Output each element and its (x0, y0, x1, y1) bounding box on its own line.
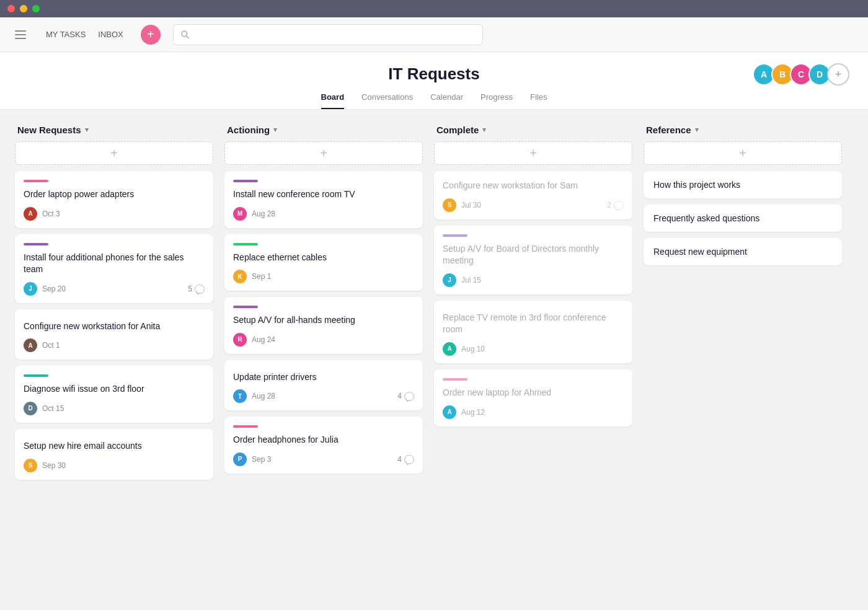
card-date: Oct 3 (42, 210, 60, 218)
add-task-new-requests[interactable]: + (15, 141, 213, 165)
my-tasks-link[interactable]: MY TASKS (41, 26, 91, 43)
chevron-down-icon: ▾ (85, 126, 89, 134)
card-headphones-julia[interactable]: Order headphones for Julia P Sep 3 4 (224, 417, 423, 474)
create-button[interactable]: + (141, 25, 161, 45)
column-title-reference: Reference ▾ (646, 125, 699, 135)
card-meta-left: R Aug 24 (233, 333, 275, 347)
add-member-button[interactable]: + (827, 63, 849, 86)
card-title: Replace ethernet cables (233, 252, 414, 264)
card-meta: J Sep 20 5 (24, 282, 205, 296)
card-date: Jul 30 (461, 201, 481, 210)
card-meta-left: J Sep 20 (24, 282, 66, 296)
search-input[interactable] (194, 30, 475, 39)
card-date: Sep 30 (42, 461, 66, 470)
card-laptop-ahmed[interactable]: Order new laptop for Ahmed A Aug 12 (434, 369, 632, 427)
card-date: Oct 1 (42, 341, 60, 350)
page-title: IT Requests (0, 64, 868, 84)
avatar: S (443, 198, 456, 212)
avatar: P (233, 453, 247, 466)
maximize-dot[interactable] (32, 5, 40, 12)
hamburger-menu[interactable] (12, 28, 29, 42)
card-date: Sep 20 (42, 285, 66, 293)
tab-files[interactable]: Files (530, 92, 547, 109)
card-title: Update printer drivers (233, 371, 414, 384)
card-title: Configure new workstation for Anita (24, 320, 205, 333)
svg-line-1 (186, 35, 188, 38)
card-date: Sep 1 (252, 272, 271, 281)
minimize-dot[interactable] (20, 5, 27, 12)
card-title: Order headphones for Julia (233, 434, 414, 446)
card-printer-drivers[interactable]: Update printer drivers T Aug 28 4 (224, 360, 423, 411)
ref-card-title: How this project works (653, 180, 740, 190)
search-bar (173, 24, 483, 45)
card-meta: T Aug 28 4 (233, 389, 414, 403)
column-title-actioning: Actioning ▾ (227, 125, 277, 135)
card-meta: M Aug 28 (233, 207, 414, 221)
tab-progress[interactable]: Progress (480, 92, 513, 109)
card-av-allhands[interactable]: Setup A/V for all-hands meeting R Aug 24 (224, 297, 423, 354)
card-tag (24, 180, 48, 182)
card-configure-anita[interactable]: Configure new workstation for Anita A Oc… (15, 309, 213, 360)
avatar: S (24, 459, 37, 472)
card-meta: S Jul 30 2 (443, 198, 624, 212)
card-tv-remote[interactable]: Replace TV remote in 3rd floor conferenc… (434, 301, 632, 363)
card-meta-left: J Jul 15 (443, 273, 481, 287)
card-tag (24, 374, 48, 377)
card-configure-sam[interactable]: Configure new workstation for Sam S Jul … (434, 171, 632, 219)
card-meta-left: S Jul 30 (443, 198, 481, 212)
card-title: Replace TV remote in 3rd floor conferenc… (443, 312, 624, 336)
comment-bubble-icon (404, 392, 414, 400)
ref-card-request-equipment[interactable]: Request new equipment (644, 238, 842, 265)
card-tag (233, 243, 258, 245)
card-order-laptop-adapters[interactable]: Order laptop power adapters A Oct 3 (15, 171, 213, 228)
card-setup-email[interactable]: Setup new hire email accounts S Sep 30 (15, 429, 213, 480)
tab-calendar[interactable]: Calendar (430, 92, 463, 109)
card-comments: 2 (607, 201, 624, 210)
comment-bubble-icon (614, 201, 624, 210)
card-date: Aug 10 (461, 345, 485, 353)
avatar: M (233, 207, 247, 221)
card-title: Configure new workstation for Sam (443, 180, 624, 192)
column-title-new-requests: New Requests ▾ (17, 125, 89, 135)
card-meta: J Jul 15 (443, 273, 624, 287)
page-tabs: Board Conversations Calendar Progress Fi… (0, 92, 868, 109)
avatar: J (24, 282, 37, 296)
titlebar (0, 0, 868, 17)
ref-card-title: Frequently asked questions (653, 213, 760, 223)
chevron-down-icon: ▾ (695, 126, 699, 134)
card-install-phones[interactable]: Install four additional phones for the s… (15, 234, 213, 303)
column-actioning: Actioning ▾ + Install new conference roo… (224, 125, 423, 480)
avatar: J (443, 273, 456, 287)
card-title: Order new laptop for Ahmed (443, 387, 624, 399)
close-dot[interactable] (7, 5, 15, 12)
add-task-complete[interactable]: + (434, 141, 632, 165)
card-date: Sep 3 (252, 455, 271, 464)
card-meta-left: S Sep 30 (24, 459, 66, 472)
card-meta: A Oct 1 (24, 338, 205, 352)
card-date: Oct 15 (42, 404, 64, 413)
card-meta-left: T Aug 28 (233, 389, 275, 403)
avatar: R (233, 333, 247, 347)
card-av-board[interactable]: Setup A/V for Board of Directors monthly… (434, 226, 632, 294)
tab-board[interactable]: Board (321, 92, 345, 109)
card-title: Install four additional phones for the s… (24, 252, 205, 276)
card-ethernet[interactable]: Replace ethernet cables K Sep 1 (224, 234, 423, 291)
card-meta: D Oct 15 (24, 402, 205, 415)
card-comments: 4 (397, 455, 414, 464)
card-meta-left: K Sep 1 (233, 270, 271, 283)
add-task-actioning[interactable]: + (224, 141, 423, 165)
comment-bubble-icon (404, 455, 414, 464)
topnav-links: MY TASKS INBOX (41, 26, 128, 43)
column-header-reference: Reference ▾ (644, 125, 842, 135)
card-conference-tv[interactable]: Install new conference room TV M Aug 28 (224, 171, 423, 228)
search-icon (181, 30, 189, 39)
card-tag (233, 306, 258, 308)
tab-conversations[interactable]: Conversations (361, 92, 413, 109)
ref-card-how-works[interactable]: How this project works (644, 171, 842, 198)
add-task-reference[interactable]: + (644, 141, 842, 165)
inbox-link[interactable]: INBOX (93, 26, 128, 43)
card-tag (24, 243, 48, 245)
ref-card-faq[interactable]: Frequently asked questions (644, 205, 842, 232)
card-diagnose-wifi[interactable]: Diagnose wifi issue on 3rd floor D Oct 1… (15, 366, 213, 423)
chevron-down-icon: ▾ (482, 126, 486, 134)
